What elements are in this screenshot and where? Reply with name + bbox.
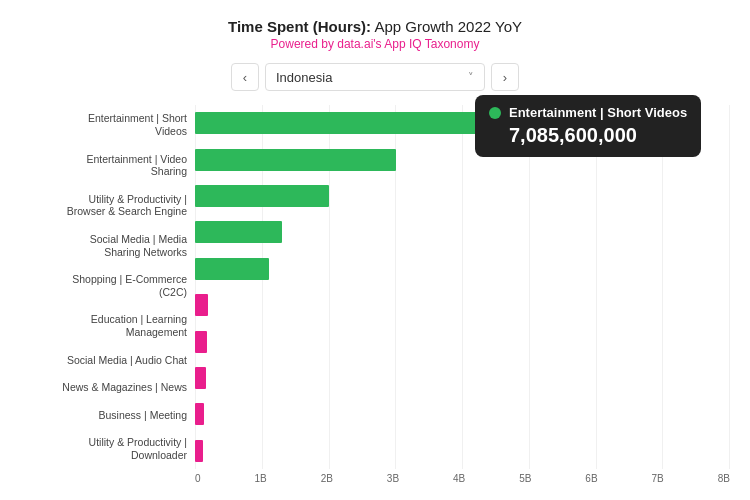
bar[interactable] [195, 221, 282, 243]
prev-button[interactable]: ‹ [231, 63, 259, 91]
y-axis-label: Social Media | Audio Chat [20, 354, 187, 367]
bar-row [195, 360, 730, 396]
bar-row [195, 287, 730, 323]
bar-row [195, 396, 730, 432]
x-axis-label: 2B [321, 473, 333, 484]
y-axis-label: Social Media | MediaSharing Networks [20, 233, 187, 258]
x-axis: 01B2B3B4B5B6B7B8B [195, 469, 730, 484]
bar[interactable] [195, 367, 206, 389]
y-axis-label: News & Magazines | News [20, 381, 187, 394]
x-axis-label: 6B [585, 473, 597, 484]
x-axis-label: 0 [195, 473, 201, 484]
y-axis-label: Education | LearningManagement [20, 313, 187, 338]
bar-row [195, 323, 730, 359]
bar-row [195, 105, 730, 141]
bar[interactable] [195, 331, 207, 353]
bar-row [195, 433, 730, 469]
y-axis-label: Utility & Productivity |Downloader [20, 436, 187, 461]
bar[interactable] [195, 185, 329, 207]
x-axis-label: 4B [453, 473, 465, 484]
y-axis-label: Entertainment | ShortVideos [20, 112, 187, 137]
bar-row [195, 251, 730, 287]
bar[interactable] [195, 403, 204, 425]
bar-row [195, 141, 730, 177]
bars-area: Entertainment | Short Videos 7,085,600,0… [195, 105, 730, 469]
x-axis-label: 8B [718, 473, 730, 484]
x-axis-label: 7B [652, 473, 664, 484]
chart-title: Time Spent (Hours): App Growth 2022 YoY [228, 18, 522, 35]
y-axis-label: Utility & Productivity |Browser & Search… [20, 193, 187, 218]
chart-area: Entertainment | ShortVideosEntertainment… [20, 105, 730, 469]
x-axis-label: 1B [255, 473, 267, 484]
x-axis-label: 5B [519, 473, 531, 484]
y-axis-label: Entertainment | VideoSharing [20, 153, 187, 178]
x-axis-label: 3B [387, 473, 399, 484]
bar[interactable] [195, 149, 396, 171]
bar[interactable] [195, 294, 208, 316]
bar[interactable] [195, 440, 203, 462]
page-container: Time Spent (Hours): App Growth 2022 YoY … [0, 0, 750, 500]
controls-row: ‹ Indonesia ˅ › [231, 63, 519, 91]
bar-row [195, 178, 730, 214]
bar[interactable] [195, 112, 669, 134]
y-axis-label: Business | Meeting [20, 409, 187, 422]
y-axis-labels: Entertainment | ShortVideosEntertainment… [20, 105, 195, 469]
country-dropdown[interactable]: Indonesia ˅ [265, 63, 485, 91]
next-button[interactable]: › [491, 63, 519, 91]
chart-subtitle: Powered by data.ai's App IQ Taxonomy [271, 37, 480, 51]
bar-row [195, 214, 730, 250]
bar[interactable] [195, 258, 269, 280]
y-axis-label: Shopping | E-Commerce(C2C) [20, 273, 187, 298]
